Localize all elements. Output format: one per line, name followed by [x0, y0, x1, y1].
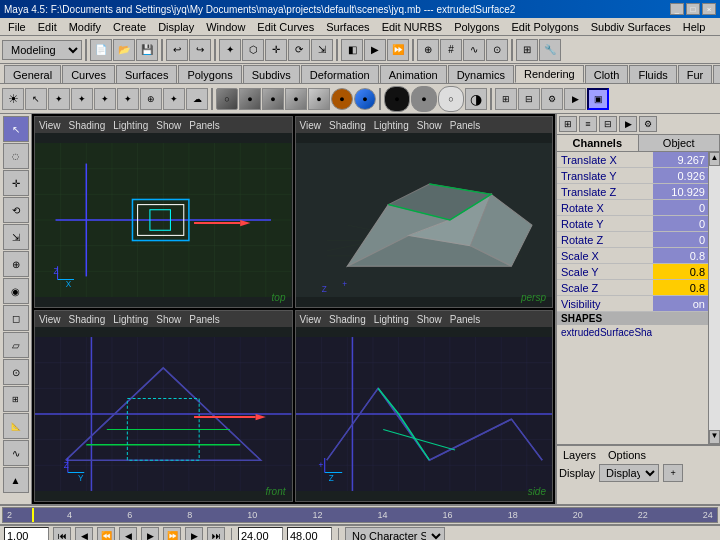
toolbar-history[interactable]: ⊞ — [516, 39, 538, 61]
tool-surface[interactable]: ▲ — [3, 467, 29, 493]
menu-edit-polygons[interactable]: Edit Polygons — [505, 20, 584, 34]
tab-deformation[interactable]: Deformation — [301, 65, 379, 83]
menu-file[interactable]: File — [2, 20, 32, 34]
viewport-front-content[interactable]: Y Z front — [35, 327, 292, 501]
close-button[interactable]: × — [702, 3, 716, 15]
toolbar-scale[interactable]: ⇲ — [311, 39, 333, 61]
ch-icon-1[interactable]: ⊞ — [559, 116, 577, 132]
icon-black-circle[interactable]: ● — [384, 86, 410, 112]
menu-edit-curves[interactable]: Edit Curves — [251, 20, 320, 34]
tool-sculpt[interactable]: ◻ — [3, 305, 29, 331]
menu-create[interactable]: Create — [107, 20, 152, 34]
tab-subdivs[interactable]: Subdivs — [243, 65, 300, 83]
vp-front-show[interactable]: Show — [154, 314, 183, 325]
toolbar-snap-curve[interactable]: ∿ — [463, 39, 485, 61]
menu-edit[interactable]: Edit — [32, 20, 63, 34]
menu-subdiv-surfaces[interactable]: Subdiv Surfaces — [585, 20, 677, 34]
layers-display-dropdown[interactable]: Display Render Anim — [599, 464, 659, 482]
channel-value[interactable]: 0.8 — [653, 280, 708, 295]
channel-value[interactable]: on — [653, 296, 708, 311]
scroll-up[interactable]: ▲ — [709, 152, 720, 166]
tab-polygons[interactable]: Polygons — [178, 65, 241, 83]
icon-settings[interactable]: ⚙ — [541, 88, 563, 110]
nav-fwd-step[interactable]: ⏩ — [163, 527, 181, 540]
tool-show-manip[interactable]: ⊕ — [3, 251, 29, 277]
viewport-side[interactable]: View Shading Lighting Show Panels — [295, 310, 554, 502]
tool-soft-mod[interactable]: ◉ — [3, 278, 29, 304]
channel-value[interactable]: 0.8 — [653, 248, 708, 263]
vp-side-view[interactable]: View — [298, 314, 324, 325]
layers-add-btn[interactable]: + — [663, 464, 683, 482]
toolbar-redo[interactable]: ↪ — [189, 39, 211, 61]
workspace-dropdown[interactable]: Modeling Animation Rendering — [2, 40, 82, 60]
icon-white-circle[interactable]: ○ — [438, 86, 464, 112]
vp-side-shading[interactable]: Shading — [327, 314, 368, 325]
tab-cloth[interactable]: Cloth — [585, 65, 629, 83]
tool-attr-paint[interactable]: ▱ — [3, 332, 29, 358]
toolbar-save[interactable]: 💾 — [136, 39, 158, 61]
toolbar-construction[interactable]: 🔧 — [539, 39, 561, 61]
viewport-side-content[interactable]: Z + side — [296, 327, 553, 501]
maximize-button[interactable]: □ — [686, 3, 700, 15]
icon-arrow[interactable]: ↖ — [25, 88, 47, 110]
icon-sun[interactable]: ☀ — [2, 88, 24, 110]
icon-sphere-texture[interactable]: ● — [331, 88, 353, 110]
nav-prev[interactable]: ◀ — [75, 527, 93, 540]
tab-rendering[interactable]: Rendering — [515, 65, 584, 83]
icon-cross2[interactable]: ✦ — [48, 88, 70, 110]
vp-front-shading[interactable]: Shading — [67, 314, 108, 325]
nav-back-step[interactable]: ⏪ — [97, 527, 115, 540]
end-frame-input[interactable] — [287, 527, 332, 540]
toolbar-snap-point[interactable]: ⊙ — [486, 39, 508, 61]
layers-tab-options[interactable]: Options — [604, 448, 650, 462]
vp-persp-lighting[interactable]: Lighting — [372, 120, 411, 131]
ch-icon-2[interactable]: ≡ — [579, 116, 597, 132]
scroll-down[interactable]: ▼ — [709, 430, 720, 444]
vp-front-lighting[interactable]: Lighting — [111, 314, 150, 325]
icon-grid-btn2[interactable]: ⊟ — [518, 88, 540, 110]
icon-render2[interactable]: ▶ — [564, 88, 586, 110]
channel-value[interactable]: 0 — [653, 200, 708, 215]
icon-cross4[interactable]: ✦ — [94, 88, 116, 110]
menu-edit-nurbs[interactable]: Edit NURBS — [376, 20, 449, 34]
icon-sphere-smooth2[interactable]: ● — [285, 88, 307, 110]
menu-window[interactable]: Window — [200, 20, 251, 34]
icon-cross6[interactable]: ⊕ — [140, 88, 162, 110]
tab-fur[interactable]: Fur — [678, 65, 713, 83]
channels-scrollbar[interactable]: ▲ ▼ — [708, 152, 720, 444]
start-frame-input[interactable] — [238, 527, 283, 540]
tool-cluster[interactable]: ⊙ — [3, 359, 29, 385]
tool-lasso[interactable]: ◌ — [3, 143, 29, 169]
icon-stamp[interactable]: ✦ — [163, 88, 185, 110]
viewport-top-content[interactable]: X Z top — [35, 133, 292, 307]
vp-side-lighting[interactable]: Lighting — [372, 314, 411, 325]
vp-front-panels[interactable]: Panels — [187, 314, 222, 325]
icon-half-circle[interactable]: ◑ — [465, 88, 487, 110]
tool-move[interactable]: ✛ — [3, 170, 29, 196]
channel-value[interactable]: 0.926 — [653, 168, 708, 183]
icon-sphere-smooth[interactable]: ● — [262, 88, 284, 110]
toolbar-open[interactable]: 📂 — [113, 39, 135, 61]
icon-sphere-env[interactable]: ● — [354, 88, 376, 110]
vp-top-show[interactable]: Show — [154, 120, 183, 131]
tool-measure[interactable]: 📐 — [3, 413, 29, 439]
channels-tab[interactable]: Channels — [557, 135, 639, 151]
tab-curves[interactable]: Curves — [62, 65, 115, 83]
channel-value[interactable]: 0 — [653, 232, 708, 247]
vp-side-show[interactable]: Show — [415, 314, 444, 325]
ch-icon-4[interactable]: ▶ — [619, 116, 637, 132]
tool-curve[interactable]: ∿ — [3, 440, 29, 466]
channel-value[interactable]: 10.929 — [653, 184, 708, 199]
menu-polygons[interactable]: Polygons — [448, 20, 505, 34]
toolbar-move[interactable]: ✛ — [265, 39, 287, 61]
toolbar-ipr[interactable]: ⏩ — [387, 39, 409, 61]
toolbar-manip[interactable]: ⊕ — [417, 39, 439, 61]
nav-next[interactable]: ▶ — [185, 527, 203, 540]
toolbar-render-region[interactable]: ◧ — [341, 39, 363, 61]
menu-display[interactable]: Display — [152, 20, 200, 34]
vp-persp-show[interactable]: Show — [415, 120, 444, 131]
icon-active-btn[interactable]: ▣ — [587, 88, 609, 110]
tool-rotate[interactable]: ⟲ — [3, 197, 29, 223]
vp-top-lighting[interactable]: Lighting — [111, 120, 150, 131]
vp-top-panels[interactable]: Panels — [187, 120, 222, 131]
